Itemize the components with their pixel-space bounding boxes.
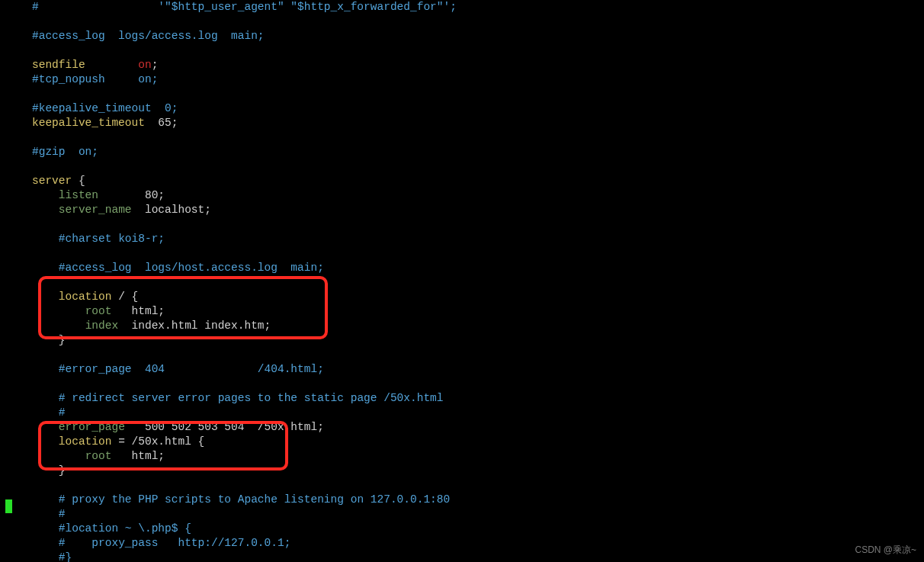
terminal-cursor <box>5 499 12 513</box>
nginx-config-code[interactable]: # '"$http_user_agent" "$http_x_forwarded… <box>0 0 924 562</box>
watermark: CSDN @乘凉~ <box>855 543 916 557</box>
